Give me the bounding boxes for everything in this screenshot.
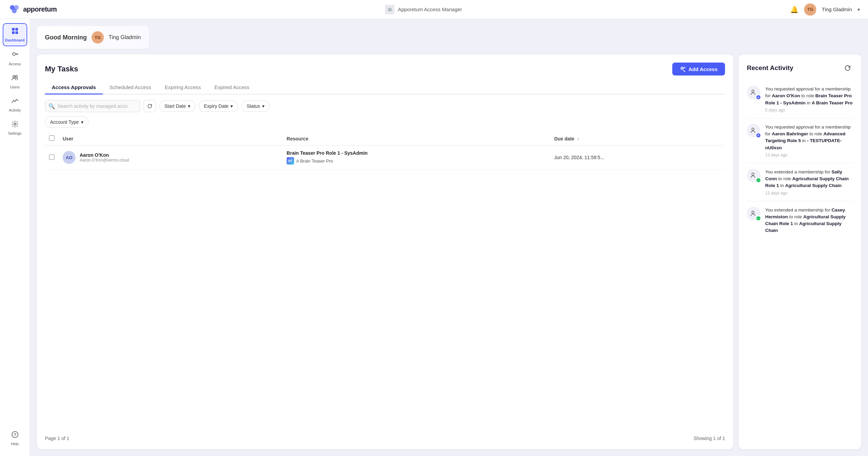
logo-icon [8, 3, 20, 16]
user-name: Aaron O'Kon [80, 152, 129, 158]
col-resource: Resource [283, 132, 550, 146]
start-date-label: Start Date [164, 103, 186, 109]
svg-rect-6 [15, 31, 18, 34]
search-wrap: 🔍 [45, 100, 140, 112]
row-resource-cell: Brain Teaser Pro Role 1 - SysAdmin BT A … [283, 146, 550, 170]
search-input[interactable] [45, 100, 140, 112]
tab-scheduled-access[interactable]: Scheduled Access [103, 81, 158, 95]
main-area: Good Morning TG Ting Gladmin My Tasks [30, 19, 868, 456]
topnav-right: 🔔 TG Ting Gladmin ▾ [790, 3, 860, 16]
add-access-button[interactable]: Add Access [672, 63, 725, 75]
activity-item: + You requested approval for a membershi… [747, 80, 853, 118]
svg-point-16 [752, 128, 754, 130]
add-access-icon [680, 66, 686, 72]
pagination-row: Page 1 of 1 Showing 1 of 1 [45, 436, 725, 441]
expiry-date-chevron: ▾ [230, 103, 233, 109]
table-head: User Resource Due date ↑ [45, 132, 725, 146]
resource-app: BT A Brain Teaser Pro [287, 157, 546, 165]
status-label: Status [246, 103, 260, 109]
refresh-activity-icon [844, 65, 851, 71]
sidebar-dashboard-label: Dashboard [5, 38, 25, 42]
org-logo: 🏢 [385, 5, 395, 14]
col-user: User [59, 132, 283, 146]
logo[interactable]: apporetum [8, 3, 57, 16]
due-date-sort-icon: ↑ [577, 137, 579, 141]
person-extend-icon [750, 172, 757, 179]
tab-access-approvals[interactable]: Access Approvals [45, 81, 103, 95]
sidebar-item-settings[interactable]: Settings [3, 117, 27, 139]
table-body: AO Aaron O'Kon Aaron.O'Kon@verms.cloud [45, 146, 725, 170]
start-date-chevron: ▾ [188, 103, 190, 109]
filter-row-2: Account Type ▾ [45, 116, 725, 128]
activity-badge-3: → [756, 178, 761, 183]
user-dropdown-chevron[interactable]: ▾ [857, 7, 860, 12]
table-row: AO Aaron O'Kon Aaron.O'Kon@verms.cloud [45, 146, 725, 170]
sidebar-item-help[interactable]: ? Help [3, 427, 27, 449]
help-icon: ? [11, 431, 19, 440]
svg-point-10 [14, 123, 16, 125]
refresh-activity-button[interactable] [842, 63, 853, 73]
expiry-date-filter[interactable]: Expiry Date ▾ [199, 100, 238, 112]
sidebar-item-users[interactable]: Users [3, 71, 27, 92]
account-type-chevron: ▾ [81, 119, 83, 125]
person-add-icon-2 [750, 127, 757, 134]
content-row: My Tasks Add Access Access [37, 54, 861, 449]
refresh-icon [147, 103, 152, 109]
tab-expired-access[interactable]: Expired Access [208, 81, 256, 95]
sidebar-access-label: Access [9, 62, 21, 66]
user-email: Aaron.O'Kon@verms.cloud [80, 158, 129, 163]
notifications-icon[interactable]: 🔔 [790, 5, 799, 14]
activity-item-4: → You extended a membership for Casey He… [747, 201, 853, 241]
activity-title: Recent Activity [747, 64, 793, 72]
sidebar-item-dashboard[interactable]: Dashboard [3, 23, 27, 46]
refresh-button[interactable] [144, 100, 156, 112]
activity-list: + You requested approval for a membershi… [747, 80, 853, 441]
settings-icon [11, 120, 19, 130]
tasks-title: My Tasks [45, 65, 78, 73]
row-user-cell: AO Aaron O'Kon Aaron.O'Kon@verms.cloud [59, 146, 283, 170]
logo-text: apporetum [23, 5, 57, 13]
greeting-text: Good Morning [45, 34, 87, 41]
col-due-date[interactable]: Due date ↑ [550, 132, 725, 146]
add-access-label: Add Access [689, 66, 718, 72]
table-wrap: User Resource Due date ↑ [45, 132, 725, 430]
topnav-center: 🏢 Apporetum Access Manager [57, 5, 790, 14]
svg-point-2 [12, 9, 17, 13]
activity-text: You requested approval for a membership … [765, 86, 853, 106]
app-icon: BT [287, 157, 294, 165]
start-date-filter[interactable]: Start Date ▾ [159, 100, 195, 112]
activity-item: + You requested approval for a membershi… [747, 118, 853, 163]
users-icon [11, 74, 19, 84]
user-name-nav: Ting Gladmin [822, 6, 852, 12]
row-checkbox[interactable] [49, 154, 54, 160]
row-due-date: Jun 20, 2024, 11:59:5... [550, 146, 725, 170]
activity-text-2: You requested approval for a membership … [765, 124, 853, 151]
activity-text-3: You extended a membership for Sally Conn… [765, 169, 853, 189]
status-chevron: ▾ [262, 103, 264, 109]
activity-content: You requested approval for a membership … [765, 86, 853, 113]
showing-info: Showing 1 of 1 [693, 436, 725, 441]
sidebar-item-activity[interactable]: Activity [3, 94, 27, 116]
expiry-date-label: Expiry Date [204, 103, 228, 109]
activity-time-2: 13 days ago [765, 153, 853, 157]
greeting-avatar: TG [92, 31, 104, 44]
select-all-checkbox[interactable] [49, 135, 54, 141]
activity-header: Recent Activity [747, 63, 853, 73]
user-info: Aaron O'Kon Aaron.O'Kon@verms.cloud [80, 152, 129, 163]
sidebar-help-label: Help [11, 442, 19, 446]
sidebar-users-label: Users [10, 85, 20, 89]
account-type-filter[interactable]: Account Type ▾ [45, 116, 89, 128]
svg-point-9 [15, 75, 17, 78]
resource-role: Brain Teaser Pro Role 1 - SysAdmin [287, 150, 546, 156]
select-all-cell [45, 132, 59, 146]
sidebar: Dashboard Access Users [0, 19, 30, 456]
svg-point-15 [752, 90, 754, 92]
svg-point-17 [752, 173, 754, 175]
activity-item-icon: + [747, 124, 760, 137]
page-info: Page 1 of 1 [45, 436, 69, 441]
tab-expiring-access[interactable]: Expiring Access [158, 81, 208, 95]
sidebar-item-access[interactable]: Access [3, 48, 27, 69]
activity-item-3: → You extended a membership for Sally Co… [747, 163, 853, 201]
status-filter[interactable]: Status ▾ [241, 100, 270, 112]
account-type-label: Account Type [50, 119, 79, 125]
